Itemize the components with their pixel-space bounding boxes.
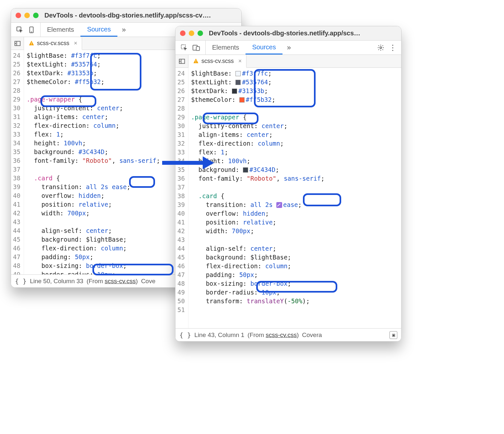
tab-elements[interactable]: Elements bbox=[206, 41, 246, 54]
zoom-icon[interactable] bbox=[33, 13, 39, 18]
minimize-icon[interactable] bbox=[189, 30, 194, 36]
minimize-icon[interactable] bbox=[24, 13, 30, 18]
svg-rect-6 bbox=[31, 44, 32, 45]
file-tab-scss[interactable]: scss-cv.scss × bbox=[188, 55, 246, 68]
svg-rect-13 bbox=[196, 60, 196, 62]
device-icon[interactable] bbox=[28, 26, 35, 33]
status-tail: Cove bbox=[141, 278, 155, 285]
zoom-icon[interactable] bbox=[198, 30, 203, 36]
format-icon[interactable]: { } bbox=[179, 331, 191, 339]
status-tail: Covera bbox=[302, 332, 322, 339]
file-tab-scss[interactable]: scss-cv.scss × bbox=[24, 37, 82, 50]
file-tab-label: scss-cv.scss bbox=[201, 58, 234, 65]
titlebar: DevTools - devtools-dbg-stories.netlify.… bbox=[175, 26, 401, 41]
line-gutter: 24 25 26 27 28 29 30 31 32 33 34 35 36 3… bbox=[11, 50, 24, 274]
close-tab-icon[interactable]: × bbox=[236, 58, 242, 65]
more-tabs-icon[interactable]: » bbox=[282, 43, 295, 52]
source-link[interactable]: scss-cv.css bbox=[105, 278, 136, 284]
navigator-toggle-icon[interactable] bbox=[11, 37, 24, 50]
navigator-toggle-icon[interactable] bbox=[175, 55, 188, 67]
svg-marker-16 bbox=[203, 156, 214, 169]
from-source: (From scss-cv.css) bbox=[247, 332, 299, 339]
file-tabbar: scss-cv.scss × bbox=[175, 55, 401, 68]
close-icon[interactable] bbox=[16, 13, 21, 18]
warning-icon bbox=[29, 40, 34, 46]
kebab-icon[interactable]: ⋮ bbox=[389, 43, 397, 52]
tab-elements[interactable]: Elements bbox=[41, 23, 80, 37]
titlebar: DevTools - devtools-dbg-stories.netlify.… bbox=[11, 8, 241, 23]
gear-icon[interactable] bbox=[377, 44, 384, 51]
cursor-position: Line 50, Column 33 bbox=[30, 278, 83, 285]
drawer-toggle-icon[interactable]: ▣ bbox=[390, 331, 397, 339]
svg-rect-9 bbox=[196, 46, 199, 50]
code-content[interactable]: $lightBase: #f3f7fc; $textLight: #535764… bbox=[24, 50, 163, 274]
svg-point-10 bbox=[380, 47, 382, 49]
line-gutter: 24 25 26 27 28 29 30 31 32 33 34 35 36 3… bbox=[175, 68, 188, 328]
devtools-window-right: DevTools - devtools-dbg-stories.netlify.… bbox=[175, 26, 402, 342]
code-content[interactable]: $lightBase: #f3f7fc; $textLight: #535764… bbox=[188, 68, 327, 328]
inspect-icon[interactable] bbox=[181, 44, 188, 51]
format-icon[interactable]: { } bbox=[15, 277, 27, 285]
file-tab-label: scss-cv.scss bbox=[37, 40, 69, 47]
svg-rect-14 bbox=[196, 62, 196, 63]
source-link[interactable]: scss-cv.css bbox=[266, 332, 297, 338]
close-tab-icon[interactable]: × bbox=[72, 40, 78, 47]
from-source: (From scss-cv.css) bbox=[87, 278, 138, 285]
arrow-icon bbox=[162, 153, 214, 173]
window-title: DevTools - devtools-dbg-stories.netlify.… bbox=[44, 12, 211, 19]
tab-sources[interactable]: Sources bbox=[246, 41, 282, 54]
cursor-position: Line 43, Column 1 bbox=[194, 332, 244, 339]
code-editor[interactable]: 24 25 26 27 28 29 30 31 32 33 34 35 36 3… bbox=[175, 68, 401, 328]
inspect-icon[interactable] bbox=[16, 26, 23, 33]
main-toolbar: Elements Sources » ⋮ bbox=[175, 41, 401, 55]
window-title: DevTools - devtools-dbg-stories.netlify.… bbox=[209, 30, 360, 37]
statusbar: { } Line 43, Column 1 (From scss-cv.css)… bbox=[175, 328, 401, 341]
warning-icon bbox=[193, 58, 199, 64]
svg-rect-5 bbox=[31, 42, 32, 44]
close-icon[interactable] bbox=[180, 30, 186, 36]
tab-sources[interactable]: Sources bbox=[80, 23, 117, 37]
more-tabs-icon[interactable]: » bbox=[117, 26, 130, 34]
device-icon[interactable] bbox=[192, 44, 200, 51]
